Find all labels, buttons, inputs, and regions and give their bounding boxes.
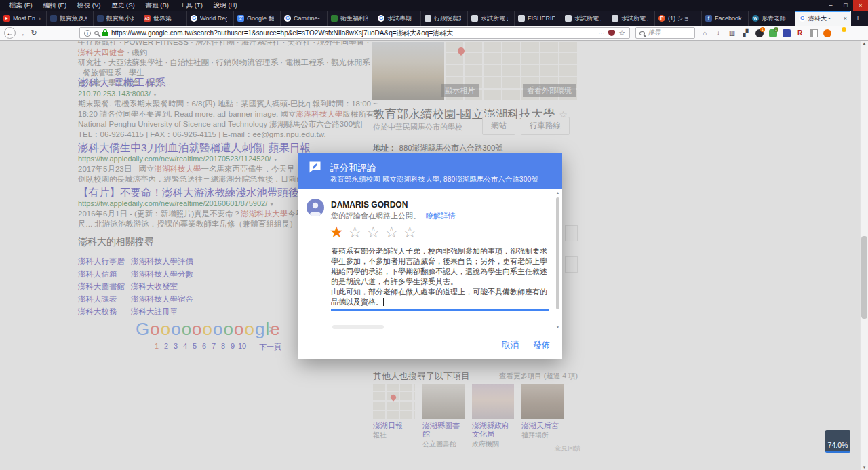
browser-tab[interactable]: 世界第一 [140, 11, 187, 26]
icon-badge [801, 27, 806, 32]
search-placeholder: 搜尋 [648, 28, 660, 37]
icon-badge [842, 27, 846, 32]
https-lock-icon [102, 32, 108, 36]
page-actions-icon[interactable]: ⋯ [598, 29, 605, 37]
browser-tab[interactable]: 形青老師 [749, 11, 795, 26]
url-bar[interactable]: https://www.google.com.tw/search?authuse… [79, 27, 630, 39]
menu-item[interactable]: 檢視 (V) [72, 0, 106, 11]
scroll-up-icon[interactable]: ▲ [555, 191, 561, 195]
menu-item[interactable]: 歷史 (S) [106, 0, 140, 11]
icon-badge: 1 [774, 27, 778, 32]
scroll-down-icon[interactable]: ▼ [861, 465, 868, 469]
browser-tab[interactable]: World Reg [187, 11, 234, 26]
browser-tab[interactable]: 衛生福利部 [328, 11, 374, 26]
scrollbar-thumb[interactable] [556, 197, 559, 309]
tab-label: 行政院農業委員 [434, 14, 461, 23]
tab-favicon [237, 15, 244, 22]
adblock-shield-icon[interactable]: 1 [767, 28, 778, 39]
tab-close-icon[interactable]: × [844, 15, 847, 22]
minimize-button[interactable]: – [823, 0, 838, 11]
library-icon[interactable]: ▥ [726, 28, 738, 39]
browser-tab[interactable]: Camitine- [281, 11, 328, 26]
tab-label: 水試專期 [387, 14, 412, 23]
tab-favicon [799, 15, 806, 22]
account-ball-icon[interactable] [821, 28, 833, 39]
browser-tab[interactable]: Facebook [702, 11, 749, 26]
zoom-level-badge[interactable]: 74.0% [825, 430, 850, 453]
tab-label: Most En [13, 15, 35, 22]
browser-tab[interactable]: 水試所電子報 [468, 11, 515, 26]
dialog-scrollbar[interactable]: ▲ ▼ [555, 191, 561, 329]
tab-favicon [518, 15, 525, 22]
browser-tab[interactable]: 行政院農業委員 [421, 11, 468, 26]
dialog-header: 評分和評論 教育部永續校園-國立澎湖科技大學, 880澎湖縣馬公市六合路300號 [298, 153, 562, 189]
highlighter-icon[interactable]: ▞ [740, 28, 751, 39]
menu-item[interactable]: 書籤 (B) [140, 0, 174, 11]
tab-favicon [144, 15, 151, 22]
tab-label: 衛生福利部 [340, 14, 368, 23]
tab-favicon [191, 15, 197, 22]
reader-icon[interactable]: R [794, 28, 806, 39]
page-scrollbar[interactable]: ▲ ▼ [860, 41, 868, 470]
tab-label: FISHERIES RES [528, 15, 555, 22]
scroll-down-icon[interactable]: ▼ [555, 325, 561, 329]
notes-icon[interactable] [781, 28, 792, 39]
review-textarea[interactable]: 養殖系有部分老師誤人子弟，校內非強制參加的事項，卻強制要求學生參加，不參加者用言… [331, 246, 549, 309]
icon-badge [814, 27, 819, 32]
star-icon[interactable] [366, 223, 384, 241]
tab-favicon [565, 15, 572, 22]
menu-item[interactable]: 檔案 (F) [4, 0, 38, 11]
split-view-icon[interactable] [808, 28, 819, 39]
reload-button[interactable]: ↻ [28, 28, 40, 37]
url-text[interactable]: https://www.google.com.tw/search?authuse… [111, 28, 595, 38]
browser-tab[interactable]: Google 翻 [234, 11, 281, 26]
browser-tab[interactable]: 觀賞魚及甩撻 [47, 11, 94, 26]
page-info-icon[interactable] [84, 30, 91, 37]
back-button[interactable]: ← [4, 27, 16, 39]
scrollbar-thumb[interactable] [861, 236, 867, 319]
browser-tab[interactable]: (1) ショー [655, 11, 702, 26]
tab-favicon [425, 15, 431, 22]
star-icon[interactable] [403, 223, 421, 241]
menu-item[interactable]: 編輯 (E) [38, 0, 72, 11]
new-tab-button[interactable]: + [851, 11, 865, 26]
cancel-button[interactable]: 取消 [502, 340, 519, 351]
tab-favicon [471, 15, 478, 22]
close-button[interactable]: × [853, 0, 868, 11]
star-icon[interactable] [384, 223, 403, 241]
permission-key-icon[interactable] [94, 31, 99, 35]
learn-more-link[interactable]: 瞭解詳情 [426, 212, 456, 220]
maximize-button[interactable]: □ [838, 0, 853, 11]
browser-tab[interactable]: 水試所電子報 [608, 11, 655, 26]
tab-favicon [378, 15, 384, 22]
star-icon[interactable] [348, 223, 366, 241]
browser-tab[interactable]: FISHERIES RES [515, 11, 561, 26]
menu-item[interactable]: 工具 (T) [174, 0, 208, 11]
toolbar-icons: ⌂ ↓ ▥ ▞ [699, 28, 846, 39]
bookmark-star-icon[interactable]: ☆ [618, 28, 625, 37]
browser-tab-active[interactable]: 澎科大 - × [795, 11, 851, 26]
ghostery-icon[interactable]: 1 [753, 28, 765, 39]
menu-item[interactable]: 說明 (H) [208, 0, 243, 11]
download-icon[interactable]: ↓ [713, 28, 724, 39]
browser-tab[interactable]: 水試所電子報 [561, 11, 608, 26]
menu-icon[interactable]: ☰ [835, 28, 846, 39]
pocket-icon[interactable] [608, 30, 615, 36]
browser-tab[interactable]: 觀賞魚小兵立大 [94, 11, 140, 26]
icon-badge [828, 27, 833, 32]
star-icon[interactable] [330, 223, 348, 241]
tab-label: World Reg [200, 15, 227, 22]
tab-label: Google 翻 [247, 14, 274, 23]
window-controls: – □ × [823, 0, 868, 11]
tab-label: Camitine- [294, 15, 320, 22]
review-bubble-icon [309, 161, 321, 176]
home-icon[interactable]: ⌂ [699, 28, 711, 39]
forward-button[interactable]: → [16, 29, 28, 37]
scroll-up-icon[interactable]: ▲ [861, 41, 868, 45]
publish-button[interactable]: 發佈 [533, 340, 550, 351]
tab-label: 觀賞魚及甩撻 [60, 14, 87, 23]
browser-tab[interactable]: 水試專期 [374, 11, 421, 26]
tab-favicon [612, 15, 618, 22]
browser-tab[interactable]: Most En ♪ [0, 11, 47, 26]
search-bar[interactable]: 搜尋 [635, 27, 695, 39]
